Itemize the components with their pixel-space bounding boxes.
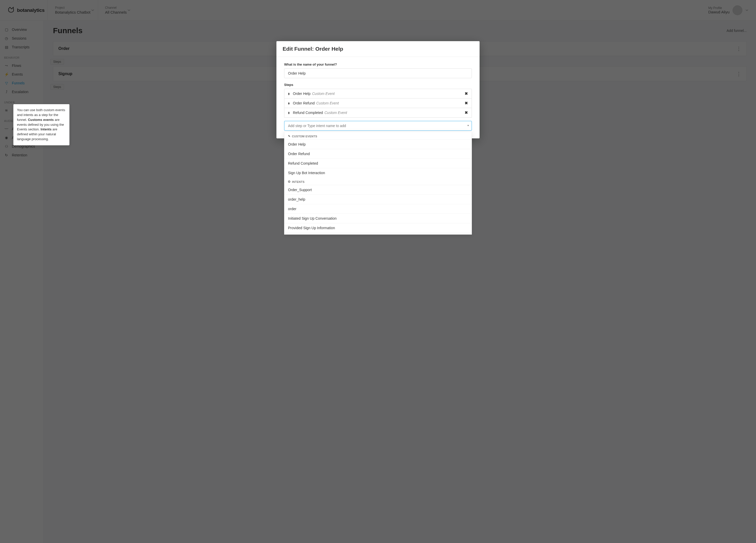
modal-title: Edit Funnel: Order Help	[283, 46, 473, 52]
dropdown-item[interactable]: Order Help	[284, 139, 472, 149]
dropdown-item[interactable]: Refund Completed	[284, 158, 472, 168]
drag-handle-icon[interactable]: ▴▾	[288, 111, 290, 114]
dropdown-item[interactable]: Confirmed Sign Up	[284, 232, 472, 234]
dropdown-item[interactable]: order	[284, 204, 472, 213]
drag-handle-icon[interactable]: ▴▾	[288, 92, 290, 95]
remove-step-icon[interactable]: ✖	[465, 101, 468, 105]
step-text: Order HelpCustom Event	[293, 92, 465, 96]
dropdown-item[interactable]: Order Refund	[284, 149, 472, 158]
drag-handle-icon[interactable]: ▴▾	[288, 102, 290, 104]
funnel-step-row: ▴▾Refund CompletedCustom Event✖	[284, 108, 472, 117]
funnel-step-row: ▴▾Order RefundCustom Event✖	[284, 98, 472, 108]
dropdown-item[interactable]: order_help	[284, 194, 472, 204]
step-text: Order RefundCustom Event	[293, 101, 465, 105]
funnels-help-tooltip: You can use both custom events and inten…	[13, 104, 69, 145]
step-text: Refund CompletedCustom Event	[293, 111, 465, 115]
funnel-name-label: What is the name of your funnel?	[284, 62, 472, 66]
remove-step-icon[interactable]: ✖	[465, 91, 468, 96]
edit-funnel-modal: Edit Funnel: Order Help What is the name…	[276, 41, 480, 138]
steps-label: Steps	[284, 83, 472, 87]
modal-overlay[interactable]: Edit Funnel: Order Help What is the name…	[0, 0, 756, 543]
remove-step-icon[interactable]: ✖	[465, 110, 468, 115]
funnel-step-row: ▴▾Order HelpCustom Event✖	[284, 89, 472, 98]
dropdown-item[interactable]: Sign Up Bot Interaction	[284, 168, 472, 177]
dropdown-section-custom-events: ✎CUSTOM EVENTS	[284, 132, 472, 139]
dropdown-item[interactable]: Order_Support	[284, 185, 472, 194]
dropdown-item[interactable]: Initiated Sign Up Conversation	[284, 213, 472, 223]
dropdown-item[interactable]: Provided Sign Up Information	[284, 223, 472, 232]
add-step-input[interactable]	[284, 121, 472, 131]
target-icon: ✪	[288, 180, 290, 183]
pencil-icon: ✎	[288, 134, 290, 138]
dropdown-section-intents: ✪INTENTS	[284, 177, 472, 185]
caret-down-icon: ▾	[467, 124, 469, 127]
step-dropdown: ✎CUSTOM EVENTS Order HelpOrder RefundRef…	[284, 132, 472, 234]
funnel-name-input[interactable]	[284, 68, 472, 78]
